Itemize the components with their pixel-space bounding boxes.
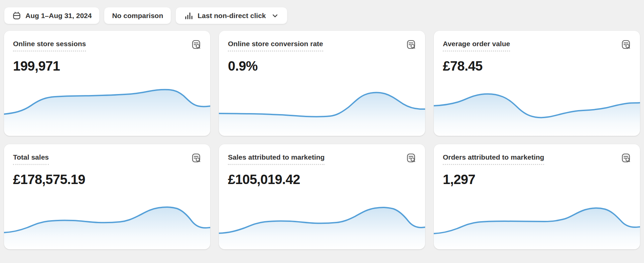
metric-title[interactable]: Orders attributed to marketing (443, 153, 544, 165)
metric-card-total-sales[interactable]: Total sales £178,575.19 (4, 144, 210, 249)
metric-title[interactable]: Total sales (13, 153, 49, 165)
attribution-model-button[interactable]: Last non-direct click (175, 7, 287, 24)
sparkline-line (4, 207, 210, 233)
sparkline-area (434, 94, 640, 136)
metric-value: £178,575.19 (4, 165, 210, 187)
metric-title[interactable]: Average order value (443, 40, 510, 52)
metric-title[interactable]: Online store sessions (13, 40, 86, 52)
card-header: Average order value (434, 31, 640, 52)
comparison-label: No comparison (112, 12, 163, 20)
metric-value: £105,019.42 (219, 165, 425, 187)
sparkline-chart (4, 82, 210, 136)
metric-card-sales-attributed-to-marketing[interactable]: Sales attributed to marketing £105,019.4… (219, 144, 425, 249)
card-header: Sales attributed to marketing (219, 144, 425, 165)
metric-title[interactable]: Sales attributed to marketing (228, 153, 325, 165)
view-report-icon[interactable] (621, 153, 631, 163)
metric-card-online-store-sessions[interactable]: Online store sessions 199,971 (4, 31, 210, 136)
sparkline-line (434, 208, 640, 234)
sparkline-chart (434, 196, 640, 249)
card-header: Total sales (4, 144, 210, 165)
sparkline-line (219, 93, 425, 117)
view-report-icon[interactable] (406, 39, 416, 50)
view-report-icon[interactable] (406, 153, 416, 163)
sparkline-line (4, 90, 210, 114)
sparkline-chart (434, 82, 640, 136)
metric-title[interactable]: Online store conversion rate (228, 40, 323, 52)
view-report-icon[interactable] (191, 153, 202, 163)
attribution-label: Last non-direct click (198, 12, 266, 20)
card-header: Online store conversion rate (219, 31, 425, 52)
sparkline-chart (219, 196, 425, 249)
metric-value: 0.9% (219, 52, 425, 74)
calendar-icon (12, 11, 21, 20)
metric-card-average-order-value[interactable]: Average order value £78.45 (434, 31, 640, 136)
date-range-label: Aug 1–Aug 31, 2024 (25, 12, 92, 20)
metric-card-online-store-conversion-rate[interactable]: Online store conversion rate 0.9% (219, 31, 425, 136)
metric-value: 199,971 (4, 52, 210, 74)
sparkline-line (219, 207, 425, 233)
card-header: Orders attributed to marketing (434, 144, 640, 165)
view-report-icon[interactable] (621, 39, 631, 50)
metric-value: £78.45 (434, 52, 640, 74)
sparkline-line (434, 94, 640, 118)
card-header: Online store sessions (4, 31, 210, 52)
chevron-down-icon (271, 11, 279, 20)
comparison-button[interactable]: No comparison (104, 7, 171, 24)
metrics-grid: Online store sessions 199,971 (0, 24, 644, 256)
sparkline-area (4, 90, 210, 136)
metric-value: 1,297 (434, 165, 640, 187)
sparkline-area (4, 207, 210, 249)
sparkline-chart (219, 82, 425, 136)
bar-chart-icon (183, 11, 194, 21)
sparkline-chart (4, 196, 210, 249)
sparkline-area (219, 207, 425, 249)
sparkline-area (434, 208, 640, 249)
toolbar: Aug 1–Aug 31, 2024 No comparison Last no… (0, 0, 644, 24)
metric-card-orders-attributed-to-marketing[interactable]: Orders attributed to marketing 1,297 (434, 144, 640, 249)
view-report-icon[interactable] (191, 39, 202, 50)
sparkline-area (219, 93, 425, 136)
date-range-button[interactable]: Aug 1–Aug 31, 2024 (4, 7, 100, 24)
